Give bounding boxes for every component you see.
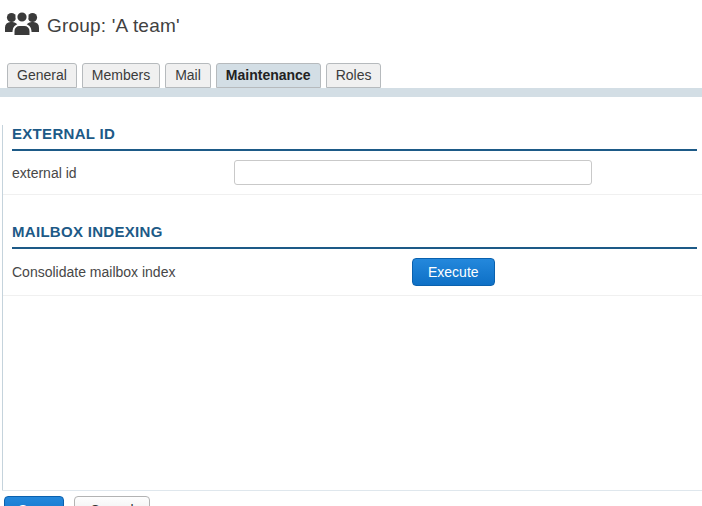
maintenance-tab-panel: EXTERNAL ID external id MAILBOX INDEXING… bbox=[2, 125, 702, 490]
tab-members[interactable]: Members bbox=[82, 63, 160, 88]
page-title: Group: 'A team' bbox=[47, 15, 180, 37]
group-icon bbox=[4, 10, 40, 41]
execute-button[interactable]: Execute bbox=[412, 258, 495, 286]
active-tab-band bbox=[0, 88, 702, 97]
save-button[interactable]: Save bbox=[4, 496, 64, 506]
cancel-button[interactable]: Cancel bbox=[74, 496, 150, 506]
external-id-input[interactable] bbox=[234, 160, 592, 185]
tab-general[interactable]: General bbox=[7, 63, 77, 88]
section-title-external-id: EXTERNAL ID bbox=[12, 125, 697, 151]
page-header: Group: 'A team' bbox=[0, 0, 702, 63]
external-id-row: external id bbox=[3, 151, 702, 195]
external-id-label: external id bbox=[12, 165, 234, 181]
tab-roles[interactable]: Roles bbox=[326, 63, 382, 88]
consolidate-mailbox-index-label: Consolidate mailbox index bbox=[12, 264, 234, 280]
tab-mail[interactable]: Mail bbox=[165, 63, 211, 88]
consolidate-mailbox-index-row: Consolidate mailbox index Execute bbox=[3, 249, 702, 296]
section-title-mailbox-indexing: MAILBOX INDEXING bbox=[12, 223, 697, 249]
tab-bar: General Members Mail Maintenance Roles bbox=[0, 63, 702, 88]
footer-actions: Save Cancel bbox=[2, 490, 702, 506]
tab-maintenance[interactable]: Maintenance bbox=[216, 63, 321, 88]
group-maintenance-page: Group: 'A team' General Members Mail Mai… bbox=[0, 0, 702, 506]
